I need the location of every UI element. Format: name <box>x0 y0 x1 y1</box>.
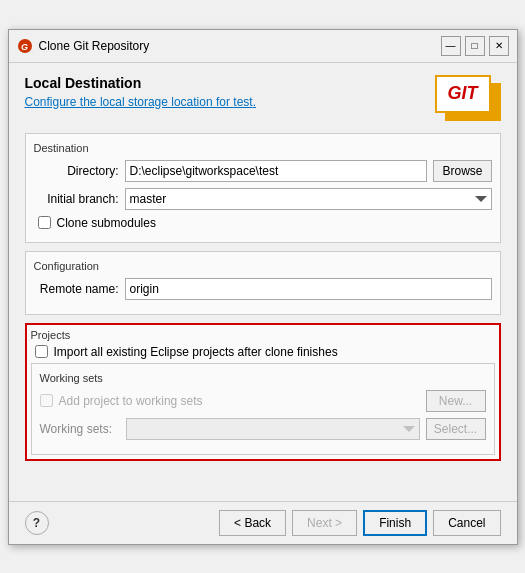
next-button[interactable]: Next > <box>292 510 357 536</box>
configuration-section: Configuration Remote name: <box>25 251 501 315</box>
import-projects-label: Import all existing Eclipse projects aft… <box>54 345 338 359</box>
browse-button[interactable]: Browse <box>433 160 491 182</box>
add-working-sets-checkbox[interactable] <box>40 394 53 407</box>
initial-branch-select[interactable]: master <box>125 188 492 210</box>
dialog-body: Local Destination Configure the local st… <box>9 63 517 501</box>
minimize-button[interactable]: — <box>441 36 461 56</box>
select-working-set-button[interactable]: Select... <box>426 418 486 440</box>
directory-input[interactable] <box>125 160 428 182</box>
destination-section: Destination Directory: Browse Initial br… <box>25 133 501 243</box>
remote-name-row: Remote name: <box>34 278 492 300</box>
header-section: Local Destination Configure the local st… <box>25 75 501 121</box>
dialog-title: Clone Git Repository <box>39 39 435 53</box>
working-sets-section: Working sets Add project to working sets… <box>31 363 495 455</box>
svg-text:G: G <box>21 42 28 52</box>
clone-submodules-label: Clone submodules <box>57 216 156 230</box>
add-working-sets-label: Add project to working sets <box>59 394 203 408</box>
initial-branch-label: Initial branch: <box>34 192 119 206</box>
directory-label: Directory: <box>34 164 119 178</box>
projects-section-title: Projects <box>31 329 495 341</box>
clone-submodules-checkbox[interactable] <box>38 216 51 229</box>
working-sets-select <box>126 418 420 440</box>
header-subtitle: Configure the local storage location for… <box>25 95 256 109</box>
subtitle-text: Configure the local storage location for <box>25 95 234 109</box>
window-controls: — □ ✕ <box>441 36 509 56</box>
remote-name-input[interactable] <box>125 278 492 300</box>
import-projects-checkbox[interactable] <box>35 345 48 358</box>
new-working-set-button[interactable]: New... <box>426 390 486 412</box>
dialog-footer: ? < Back Next > Finish Cancel <box>9 501 517 544</box>
import-projects-row: Import all existing Eclipse projects aft… <box>31 345 495 359</box>
initial-branch-row: Initial branch: master <box>34 188 492 210</box>
destination-section-title: Destination <box>34 142 492 154</box>
working-sets-label: Working sets: <box>40 422 120 436</box>
working-sets-title: Working sets <box>40 372 486 384</box>
add-to-working-sets-row: Add project to working sets New... <box>40 390 486 412</box>
maximize-button[interactable]: □ <box>465 36 485 56</box>
git-logo-main: GIT <box>435 75 491 113</box>
close-button[interactable]: ✕ <box>489 36 509 56</box>
clone-submodules-row: Clone submodules <box>34 216 492 230</box>
help-button[interactable]: ? <box>25 511 49 535</box>
git-title-icon: G <box>17 38 33 54</box>
header-title: Local Destination <box>25 75 256 91</box>
projects-section: Projects Import all existing Eclipse pro… <box>25 323 501 461</box>
clone-git-dialog: G Clone Git Repository — □ ✕ Local Desti… <box>8 29 518 545</box>
subtitle-period: . <box>253 95 256 109</box>
title-bar: G Clone Git Repository — □ ✕ <box>9 30 517 63</box>
finish-button[interactable]: Finish <box>363 510 427 536</box>
header-text: Local Destination Configure the local st… <box>25 75 256 109</box>
working-sets-row: Working sets: Select... <box>40 418 486 440</box>
configuration-section-title: Configuration <box>34 260 492 272</box>
cancel-button[interactable]: Cancel <box>433 510 500 536</box>
directory-row: Directory: Browse <box>34 160 492 182</box>
back-button[interactable]: < Back <box>219 510 286 536</box>
spacer <box>25 469 501 489</box>
subtitle-link: test <box>233 95 252 109</box>
git-logo: GIT <box>435 75 501 121</box>
remote-name-label: Remote name: <box>34 282 119 296</box>
